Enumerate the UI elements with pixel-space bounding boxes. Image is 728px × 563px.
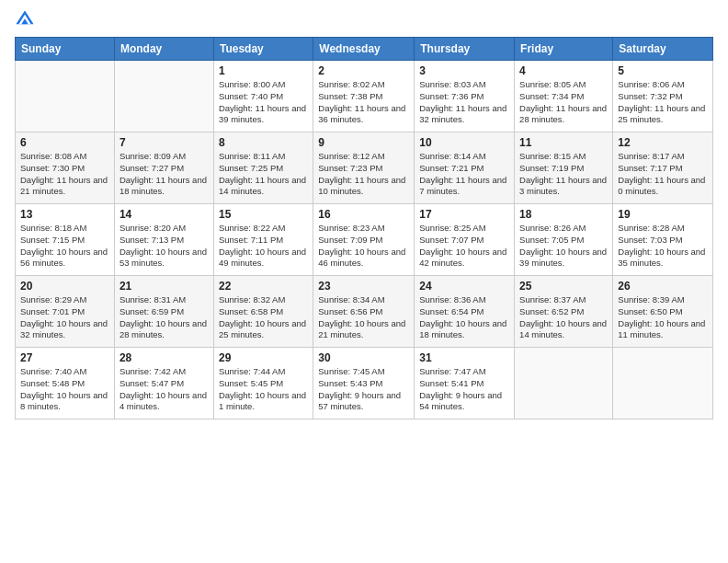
calendar-cell: 1Sunrise: 8:00 AM Sunset: 7:40 PM Daylig…: [213, 61, 313, 132]
day-info: Sunrise: 8:36 AM Sunset: 6:54 PM Dayligh…: [419, 294, 509, 341]
calendar-cell: 8Sunrise: 8:11 AM Sunset: 7:25 PM Daylig…: [213, 132, 313, 204]
day-number: 25: [519, 280, 608, 293]
day-info: Sunrise: 8:28 AM Sunset: 7:03 PM Dayligh…: [618, 223, 708, 270]
calendar-table: SundayMondayTuesdayWednesdayThursdayFrid…: [15, 37, 713, 419]
calendar-cell: 4Sunrise: 8:05 AM Sunset: 7:34 PM Daylig…: [515, 61, 613, 132]
day-number: 10: [419, 136, 509, 149]
calendar-cell: 23Sunrise: 8:34 AM Sunset: 6:56 PM Dayli…: [313, 276, 415, 348]
day-number: 12: [618, 136, 708, 149]
day-info: Sunrise: 8:15 AM Sunset: 7:19 PM Dayligh…: [519, 151, 608, 198]
logo: [15, 9, 37, 29]
col-header-tuesday: Tuesday: [213, 38, 313, 61]
col-header-wednesday: Wednesday: [313, 38, 415, 61]
day-number: 14: [119, 208, 209, 221]
day-info: Sunrise: 8:17 AM Sunset: 7:17 PM Dayligh…: [618, 151, 708, 198]
calendar-cell: 29Sunrise: 7:44 AM Sunset: 5:45 PM Dayli…: [213, 348, 313, 419]
day-info: Sunrise: 8:18 AM Sunset: 7:15 PM Dayligh…: [20, 223, 109, 270]
calendar-cell: 17Sunrise: 8:25 AM Sunset: 7:07 PM Dayli…: [415, 204, 515, 276]
calendar-cell: 26Sunrise: 8:39 AM Sunset: 6:50 PM Dayli…: [613, 276, 713, 348]
calendar-cell: 21Sunrise: 8:31 AM Sunset: 6:59 PM Dayli…: [114, 276, 213, 348]
day-number: 15: [219, 208, 308, 221]
day-info: Sunrise: 8:37 AM Sunset: 6:52 PM Dayligh…: [519, 294, 608, 341]
day-number: 20: [20, 280, 109, 293]
day-info: Sunrise: 8:39 AM Sunset: 6:50 PM Dayligh…: [618, 294, 708, 341]
calendar-cell: 14Sunrise: 8:20 AM Sunset: 7:13 PM Dayli…: [114, 204, 213, 276]
day-info: Sunrise: 8:03 AM Sunset: 7:36 PM Dayligh…: [419, 79, 509, 126]
day-number: 2: [318, 64, 409, 77]
calendar-week-4: 20Sunrise: 8:29 AM Sunset: 7:01 PM Dayli…: [16, 276, 713, 348]
day-number: 11: [519, 136, 608, 149]
calendar-cell: 20Sunrise: 8:29 AM Sunset: 7:01 PM Dayli…: [16, 276, 115, 348]
calendar-cell: [613, 348, 713, 419]
day-number: 1: [219, 64, 308, 77]
calendar-cell: 28Sunrise: 7:42 AM Sunset: 5:47 PM Dayli…: [114, 348, 213, 419]
day-info: Sunrise: 8:06 AM Sunset: 7:32 PM Dayligh…: [618, 79, 708, 126]
calendar-cell: 5Sunrise: 8:06 AM Sunset: 7:32 PM Daylig…: [613, 61, 713, 132]
day-info: Sunrise: 8:34 AM Sunset: 6:56 PM Dayligh…: [318, 294, 409, 341]
day-number: 7: [119, 136, 209, 149]
calendar-cell: 22Sunrise: 8:32 AM Sunset: 6:58 PM Dayli…: [213, 276, 313, 348]
calendar-cell: 31Sunrise: 7:47 AM Sunset: 5:41 PM Dayli…: [415, 348, 515, 419]
calendar-cell: 6Sunrise: 8:08 AM Sunset: 7:30 PM Daylig…: [16, 132, 115, 204]
day-number: 24: [419, 280, 509, 293]
calendar-cell: 30Sunrise: 7:45 AM Sunset: 5:43 PM Dayli…: [313, 348, 415, 419]
calendar-cell: 25Sunrise: 8:37 AM Sunset: 6:52 PM Dayli…: [515, 276, 613, 348]
day-info: Sunrise: 7:45 AM Sunset: 5:43 PM Dayligh…: [318, 366, 409, 413]
day-info: Sunrise: 8:00 AM Sunset: 7:40 PM Dayligh…: [219, 79, 308, 126]
day-number: 23: [318, 280, 409, 293]
calendar-cell: 7Sunrise: 8:09 AM Sunset: 7:27 PM Daylig…: [114, 132, 213, 204]
day-info: Sunrise: 7:44 AM Sunset: 5:45 PM Dayligh…: [219, 366, 308, 413]
col-header-thursday: Thursday: [415, 38, 515, 61]
day-info: Sunrise: 8:22 AM Sunset: 7:11 PM Dayligh…: [219, 223, 308, 270]
calendar-cell: 9Sunrise: 8:12 AM Sunset: 7:23 PM Daylig…: [313, 132, 415, 204]
day-number: 3: [419, 64, 509, 77]
calendar-cell: 15Sunrise: 8:22 AM Sunset: 7:11 PM Dayli…: [213, 204, 313, 276]
day-info: Sunrise: 8:08 AM Sunset: 7:30 PM Dayligh…: [20, 151, 109, 198]
day-info: Sunrise: 8:02 AM Sunset: 7:38 PM Dayligh…: [318, 79, 409, 126]
day-info: Sunrise: 7:42 AM Sunset: 5:47 PM Dayligh…: [119, 366, 209, 413]
calendar-cell: 19Sunrise: 8:28 AM Sunset: 7:03 PM Dayli…: [613, 204, 713, 276]
calendar-cell: 13Sunrise: 8:18 AM Sunset: 7:15 PM Dayli…: [16, 204, 115, 276]
calendar-cell: 18Sunrise: 8:26 AM Sunset: 7:05 PM Dayli…: [515, 204, 613, 276]
day-info: Sunrise: 8:09 AM Sunset: 7:27 PM Dayligh…: [119, 151, 209, 198]
day-number: 19: [618, 208, 708, 221]
day-number: 9: [318, 136, 409, 149]
day-number: 29: [219, 351, 308, 364]
page-header: [15, 9, 713, 29]
day-number: 26: [618, 280, 708, 293]
day-info: Sunrise: 8:23 AM Sunset: 7:09 PM Dayligh…: [318, 223, 409, 270]
day-number: 27: [20, 351, 109, 364]
calendar-cell: 10Sunrise: 8:14 AM Sunset: 7:21 PM Dayli…: [415, 132, 515, 204]
day-number: 17: [419, 208, 509, 221]
calendar-cell: 27Sunrise: 7:40 AM Sunset: 5:48 PM Dayli…: [16, 348, 115, 419]
day-number: 8: [219, 136, 308, 149]
day-number: 6: [20, 136, 109, 149]
day-number: 31: [419, 351, 509, 364]
calendar-cell: 11Sunrise: 8:15 AM Sunset: 7:19 PM Dayli…: [515, 132, 613, 204]
day-number: 16: [318, 208, 409, 221]
calendar-cell: [114, 61, 213, 132]
calendar-week-5: 27Sunrise: 7:40 AM Sunset: 5:48 PM Dayli…: [16, 348, 713, 419]
day-info: Sunrise: 7:47 AM Sunset: 5:41 PM Dayligh…: [419, 366, 509, 413]
day-number: 5: [618, 64, 708, 77]
day-number: 18: [519, 208, 608, 221]
day-info: Sunrise: 8:12 AM Sunset: 7:23 PM Dayligh…: [318, 151, 409, 198]
day-number: 28: [119, 351, 209, 364]
calendar-cell: 12Sunrise: 8:17 AM Sunset: 7:17 PM Dayli…: [613, 132, 713, 204]
day-number: 21: [119, 280, 209, 293]
day-info: Sunrise: 8:20 AM Sunset: 7:13 PM Dayligh…: [119, 223, 209, 270]
calendar-header-row: SundayMondayTuesdayWednesdayThursdayFrid…: [16, 38, 713, 61]
col-header-saturday: Saturday: [613, 38, 713, 61]
calendar-cell: 16Sunrise: 8:23 AM Sunset: 7:09 PM Dayli…: [313, 204, 415, 276]
day-info: Sunrise: 8:26 AM Sunset: 7:05 PM Dayligh…: [519, 223, 608, 270]
day-number: 13: [20, 208, 109, 221]
day-info: Sunrise: 8:32 AM Sunset: 6:58 PM Dayligh…: [219, 294, 308, 341]
col-header-sunday: Sunday: [16, 38, 115, 61]
day-info: Sunrise: 8:05 AM Sunset: 7:34 PM Dayligh…: [519, 79, 608, 126]
calendar-week-1: 1Sunrise: 8:00 AM Sunset: 7:40 PM Daylig…: [16, 61, 713, 132]
day-info: Sunrise: 8:14 AM Sunset: 7:21 PM Dayligh…: [419, 151, 509, 198]
day-info: Sunrise: 8:29 AM Sunset: 7:01 PM Dayligh…: [20, 294, 109, 341]
logo-icon: [15, 9, 35, 29]
day-info: Sunrise: 8:31 AM Sunset: 6:59 PM Dayligh…: [119, 294, 209, 341]
day-number: 30: [318, 351, 409, 364]
